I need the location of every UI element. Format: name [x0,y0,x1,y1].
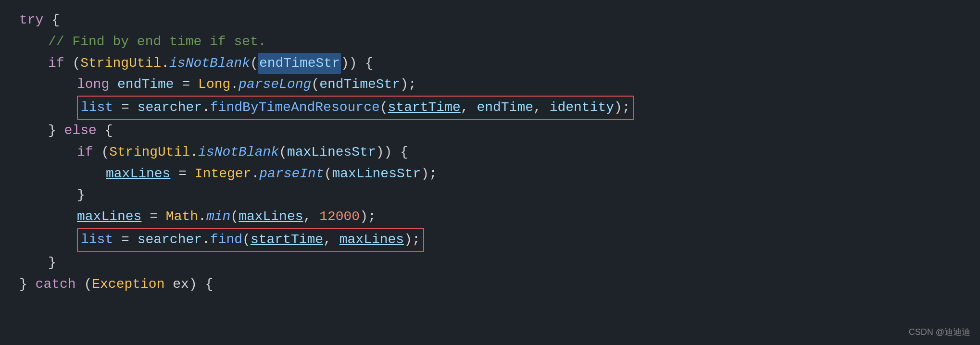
code-line-1: try { [19,10,961,31]
code-line-10: maxLines = Math.min(maxLines, 12000); [19,206,961,228]
comment: // Find by end time if set. [48,31,266,53]
code-container: try { // Find by end time if set. if (St… [0,0,980,345]
highlight-endTimeStr: endTimeStr [258,53,341,74]
code-line-7: if (StringUtil.isNotBlank(maxLinesStr)) … [19,142,961,163]
code-line-8: maxLines = Integer.parseInt(maxLinesStr)… [19,163,961,185]
code-line-5: list = searcher.findByTimeAndResource(st… [19,96,961,120]
watermark: CSDN @迪迪迪 [909,325,970,339]
code-line-9: } [19,185,961,206]
keyword-try: try [19,10,43,31]
code-line-11: list = searcher.find(startTime, maxLines… [19,228,961,252]
code-line-13: } catch (Exception ex) { [19,274,961,296]
code-line-4: long endTime = Long.parseLong(endTimeStr… [19,74,961,96]
code-line-12: } [19,252,961,274]
code-line-5-wrap: list = searcher.findByTimeAndResource(st… [19,96,961,120]
code-line-3: if (StringUtil.isNotBlank(endTimeStr)) { [19,53,961,74]
code-line-11-wrap: list = searcher.find(startTime, maxLines… [19,228,961,252]
code-line-2: // Find by end time if set. [19,31,961,53]
code-line-6: } else { [19,120,961,142]
